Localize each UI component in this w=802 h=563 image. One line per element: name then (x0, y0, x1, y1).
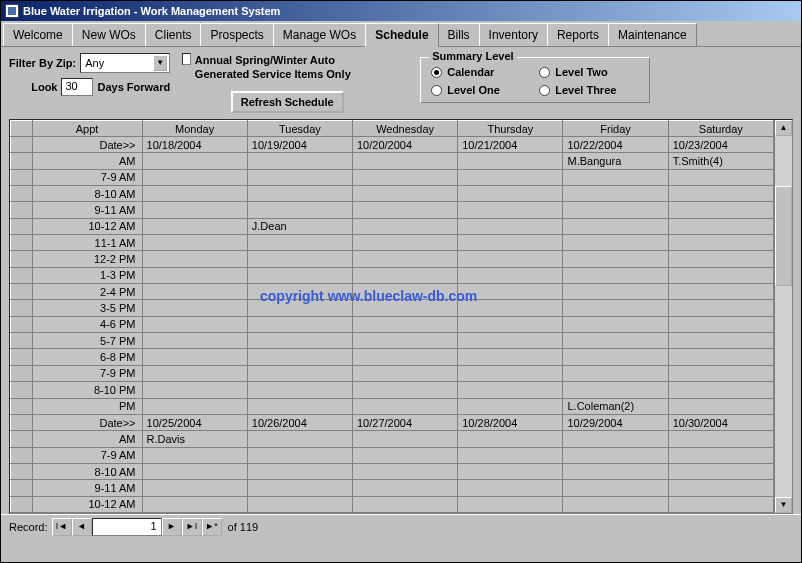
grid-cell[interactable] (247, 153, 352, 169)
refresh-button[interactable]: Refresh Schedule (231, 91, 344, 113)
appt-cell[interactable]: 12-2 PM (32, 251, 142, 267)
grid-cell[interactable] (353, 251, 458, 267)
grid-cell[interactable] (247, 202, 352, 218)
grid-cell[interactable] (353, 349, 458, 365)
row-selector[interactable] (11, 431, 33, 447)
table-row[interactable]: 7-9 PM (11, 365, 774, 381)
grid-cell[interactable] (353, 447, 458, 463)
grid-cell[interactable] (458, 431, 563, 447)
grid-cell[interactable] (458, 186, 563, 202)
col-header[interactable]: Saturday (668, 121, 773, 137)
nav-prev-button[interactable]: ◄ (72, 518, 92, 536)
grid-cell[interactable] (458, 267, 563, 283)
grid-cell[interactable] (563, 365, 668, 381)
tab-bills[interactable]: Bills (438, 23, 480, 46)
grid-cell[interactable] (668, 186, 773, 202)
grid-cell[interactable] (458, 333, 563, 349)
grid-cell[interactable] (247, 267, 352, 283)
grid-cell[interactable] (247, 496, 352, 512)
grid-cell[interactable] (563, 447, 668, 463)
grid-cell[interactable] (563, 186, 668, 202)
appt-cell[interactable]: PM (32, 398, 142, 414)
grid-cell[interactable]: 10/28/2004 (458, 414, 563, 430)
grid-cell[interactable] (142, 235, 247, 251)
grid-cell[interactable]: 10/22/2004 (563, 137, 668, 153)
row-selector[interactable] (11, 137, 33, 153)
nav-first-button[interactable]: I◄ (52, 518, 72, 536)
grid-cell[interactable] (668, 480, 773, 496)
row-selector[interactable] (11, 316, 33, 332)
grid-cell[interactable] (668, 202, 773, 218)
grid-cell[interactable] (247, 333, 352, 349)
grid-cell[interactable] (668, 382, 773, 398)
grid-cell[interactable] (142, 398, 247, 414)
grid-cell[interactable] (353, 186, 458, 202)
row-selector[interactable] (11, 365, 33, 381)
table-row[interactable]: 9-11 AM (11, 202, 774, 218)
table-row[interactable]: 12-2 PM (11, 251, 774, 267)
appt-cell[interactable]: 11-1 AM (32, 235, 142, 251)
appt-cell[interactable]: 6-8 PM (32, 349, 142, 365)
row-selector[interactable] (11, 480, 33, 496)
grid-cell[interactable] (458, 365, 563, 381)
grid-cell[interactable] (563, 316, 668, 332)
appt-cell[interactable]: 1-3 PM (32, 267, 142, 283)
table-row[interactable]: 6-8 PM (11, 349, 774, 365)
grid-cell[interactable]: 10/23/2004 (668, 137, 773, 153)
grid-cell[interactable] (247, 284, 352, 300)
table-row[interactable]: 3-5 PM (11, 300, 774, 316)
appt-cell[interactable]: 9-11 AM (32, 480, 142, 496)
col-header[interactable]: Thursday (458, 121, 563, 137)
table-row[interactable]: 10-12 AM (11, 496, 774, 512)
table-row[interactable]: 10-12 AMJ.Dean (11, 218, 774, 234)
appt-cell[interactable]: 8-10 AM (32, 463, 142, 479)
grid-cell[interactable] (668, 398, 773, 414)
nav-last-button[interactable]: ►I (182, 518, 202, 536)
grid-cell[interactable] (142, 267, 247, 283)
grid-cell[interactable] (142, 496, 247, 512)
grid-cell[interactable] (142, 186, 247, 202)
tab-new-wos[interactable]: New WOs (72, 23, 146, 46)
tab-reports[interactable]: Reports (547, 23, 609, 46)
grid-cell[interactable] (353, 169, 458, 185)
row-selector[interactable] (11, 218, 33, 234)
grid-cell[interactable] (142, 480, 247, 496)
col-header[interactable]: Tuesday (247, 121, 352, 137)
grid-cell[interactable] (563, 235, 668, 251)
grid-cell[interactable] (142, 463, 247, 479)
grid-cell[interactable]: 10/25/2004 (142, 414, 247, 430)
row-selector[interactable] (11, 186, 33, 202)
scroll-thumb[interactable] (775, 186, 792, 286)
table-row[interactable]: 8-10 AM (11, 463, 774, 479)
grid-cell[interactable] (353, 235, 458, 251)
grid-cell[interactable] (353, 398, 458, 414)
grid-cell[interactable] (668, 316, 773, 332)
radio-level-one[interactable]: Level One (431, 84, 531, 96)
grid-cell[interactable] (458, 480, 563, 496)
tab-inventory[interactable]: Inventory (479, 23, 548, 46)
col-header[interactable]: Wednesday (353, 121, 458, 137)
grid-cell[interactable] (458, 284, 563, 300)
annual-checkbox[interactable] (182, 53, 191, 65)
grid-cell[interactable]: 10/19/2004 (247, 137, 352, 153)
grid-cell[interactable] (668, 365, 773, 381)
grid-cell[interactable] (247, 235, 352, 251)
grid-cell[interactable] (353, 496, 458, 512)
grid-cell[interactable] (668, 169, 773, 185)
table-row[interactable]: 9-11 AM (11, 480, 774, 496)
grid-cell[interactable]: 10/18/2004 (142, 137, 247, 153)
grid-cell[interactable] (563, 169, 668, 185)
grid-cell[interactable] (668, 349, 773, 365)
grid-cell[interactable] (142, 316, 247, 332)
grid-cell[interactable] (458, 169, 563, 185)
row-selector[interactable] (11, 447, 33, 463)
grid-cell[interactable] (142, 349, 247, 365)
radio-level-two[interactable]: Level Two (539, 66, 639, 78)
grid-cell[interactable] (668, 300, 773, 316)
grid-cell[interactable] (668, 447, 773, 463)
days-forward-input[interactable]: 30 (61, 78, 93, 96)
chevron-down-icon[interactable]: ▼ (153, 55, 167, 71)
appt-cell[interactable]: 7-9 AM (32, 169, 142, 185)
grid-cell[interactable] (247, 316, 352, 332)
grid-cell[interactable] (563, 480, 668, 496)
